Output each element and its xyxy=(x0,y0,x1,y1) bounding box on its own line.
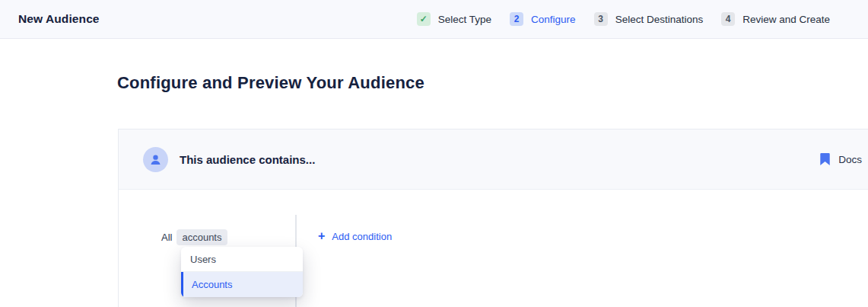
check-icon: ✓ xyxy=(417,12,431,26)
condition-builder: All accounts + Add condition Users Accou… xyxy=(119,190,868,307)
docs-link[interactable]: Docs xyxy=(820,153,865,165)
step-select-type[interactable]: ✓ Select Type xyxy=(417,12,491,26)
group-row: All accounts xyxy=(161,229,227,245)
page-title: Configure and Preview Your Audience xyxy=(117,73,424,93)
docs-label: Docs xyxy=(838,154,862,165)
person-icon xyxy=(143,147,168,172)
entity-select-pill[interactable]: accounts xyxy=(176,229,227,245)
step-number-badge: 3 xyxy=(594,12,608,26)
bookmark-icon xyxy=(820,153,830,165)
app-title: New Audience xyxy=(18,12,100,26)
add-condition-label: Add condition xyxy=(332,231,392,242)
step-review-and-create[interactable]: 4 Review and Create xyxy=(721,12,830,26)
dropdown-option-users[interactable]: Users xyxy=(181,247,303,271)
step-label: Configure xyxy=(531,14,576,25)
entity-dropdown-menu: Users Accounts xyxy=(181,247,303,297)
panel-header: This audience contains... Docs xyxy=(119,130,868,190)
step-select-destinations[interactable]: 3 Select Destinations xyxy=(594,12,704,26)
wizard-stepper: ✓ Select Type 2 Configure 3 Select Desti… xyxy=(417,12,868,26)
step-number-badge: 2 xyxy=(510,12,523,26)
add-condition-button[interactable]: + Add condition xyxy=(318,230,392,242)
step-number-badge: 4 xyxy=(721,12,735,26)
step-label: Select Type xyxy=(438,14,491,25)
step-label: Review and Create xyxy=(742,14,830,25)
group-operator-label: All xyxy=(161,232,172,243)
plus-icon: + xyxy=(318,230,325,242)
panel-title: This audience contains... xyxy=(180,153,315,166)
step-label: Select Destinations xyxy=(615,14,704,25)
audience-config-panel: This audience contains... Docs All accou… xyxy=(118,129,868,307)
dropdown-option-accounts[interactable]: Accounts xyxy=(181,272,303,297)
top-bar: New Audience ✓ Select Type 2 Configure 3… xyxy=(0,0,868,39)
step-configure[interactable]: 2 Configure xyxy=(510,12,576,26)
